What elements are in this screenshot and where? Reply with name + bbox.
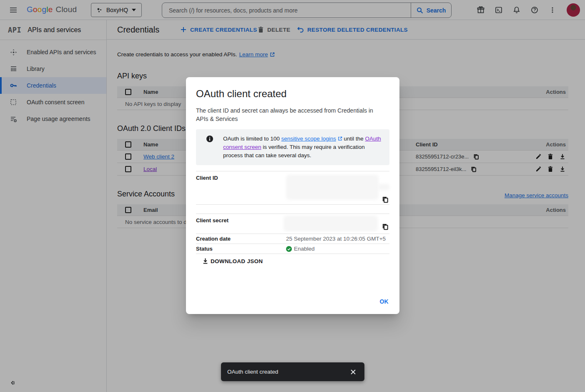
oauth-client-created-dialog: OAuth client created The client ID and s… — [186, 77, 399, 314]
notice-text: OAuth is limited to 100 sensitive scope … — [223, 135, 383, 160]
client-secret-row: Client secret — [196, 214, 389, 234]
notice-middle: until the — [342, 136, 365, 142]
download-json-button[interactable]: DOWNLOAD JSON — [202, 258, 263, 264]
check-circle-icon — [286, 246, 292, 252]
notice-prefix: OAuth is limited to 100 — [223, 136, 281, 142]
ok-button[interactable]: OK — [379, 298, 389, 305]
info-icon — [206, 136, 213, 142]
snackbar-message: OAuth client created — [227, 369, 348, 375]
status-label: Status — [196, 246, 286, 252]
copy-client-id-icon[interactable] — [382, 196, 389, 203]
status-row: Status Enabled — [196, 244, 389, 254]
sensitive-scopes-link[interactable]: sensitive scope logins — [281, 136, 336, 142]
copy-client-secret-icon[interactable] — [382, 224, 389, 230]
dialog-title: OAuth client created — [196, 88, 389, 100]
creation-date-label: Creation date — [196, 236, 286, 242]
spacer-row — [196, 205, 389, 214]
redacted-client-id — [286, 175, 379, 200]
client-details: Client ID Client secret — [196, 171, 389, 254]
close-icon[interactable] — [348, 367, 358, 377]
dialog-subtitle: The client ID and secret can always be a… — [196, 106, 384, 123]
client-secret-label: Client secret — [196, 214, 286, 234]
client-id-row: Client ID — [196, 171, 389, 205]
app: Google Cloud BoxyHQ Search — [0, 0, 585, 392]
creation-date-row: Creation date 25 September 2023 at 10:26… — [196, 234, 389, 244]
download-icon — [202, 258, 208, 264]
external-link-icon — [338, 136, 342, 141]
redacted-client-secret — [284, 216, 378, 231]
snackbar: OAuth client created — [221, 362, 364, 381]
notice-banner: OAuth is limited to 100 sensitive scope … — [196, 129, 389, 165]
redacted-client-id — [377, 184, 390, 190]
client-id-label: Client ID — [196, 171, 286, 204]
status-value: Enabled — [294, 246, 315, 252]
creation-date-value: 25 September 2023 at 10:26:05 GMT+5 — [286, 236, 389, 242]
download-json-label: DOWNLOAD JSON — [211, 258, 263, 264]
